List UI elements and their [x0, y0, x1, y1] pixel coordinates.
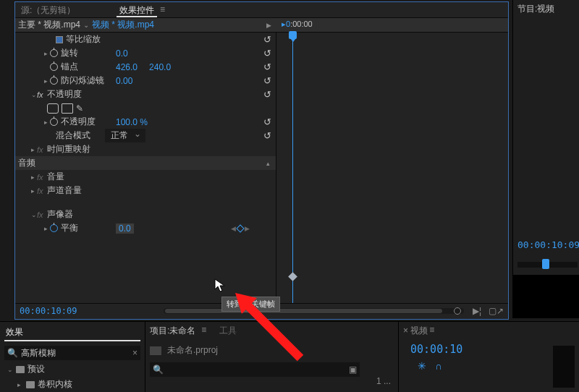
convolution-folder[interactable]: ▸ 卷积内核	[4, 378, 140, 391]
panner-label: 声像器	[47, 208, 73, 221]
panel-menu-icon[interactable]: ≡	[157, 2, 168, 17]
sequence-timecode[interactable]: 00:00:10	[410, 343, 575, 356]
clear-search-icon[interactable]: ×	[132, 348, 138, 358]
panner-row: ⌄ fx 声像器	[15, 208, 276, 221]
blend-row: 混合模式 正常 ↺	[15, 129, 276, 142]
project-panel: 项目:未命名 ≡ 工具 未命名.prproj 🔍 ▣ 1 ...	[145, 322, 399, 392]
loop-playback-icon[interactable]: ▶¦	[473, 306, 481, 316]
fx-badge-icon[interactable]: fx	[37, 145, 47, 154]
play-icon[interactable]: ▶	[266, 22, 271, 29]
blend-label: 混合模式	[56, 129, 90, 142]
scrollbar-handle-icon[interactable]	[454, 307, 461, 315]
channel-volume-row: ▸ fx 声道音量	[15, 184, 276, 197]
mini-timeline[interactable]	[276, 33, 508, 303]
twirl-icon[interactable]: ▸	[31, 174, 37, 181]
program-timecode[interactable]: 00:00:10:09	[517, 239, 579, 250]
sequence-strip	[553, 346, 575, 388]
playhead[interactable]	[292, 33, 293, 303]
reset-icon[interactable]: ↺	[263, 89, 271, 100]
tools-tab[interactable]: 工具	[219, 325, 237, 337]
opacity-value[interactable]: 100.0 %	[116, 117, 148, 127]
program-strip	[513, 275, 579, 318]
opacity-row: ▸ 不透明度 100.0 % ↺	[15, 115, 276, 129]
stopwatch-icon[interactable]	[50, 77, 58, 85]
twirl-icon[interactable]: ▸	[44, 77, 50, 85]
fx-badge-icon[interactable]: fx	[37, 90, 47, 99]
scrollbar-thumb[interactable]	[165, 309, 441, 313]
uniform-scale-label: 等比缩放	[66, 33, 101, 46]
twirl-icon[interactable]: ⌄	[31, 211, 37, 218]
preset-folder[interactable]: ⌄ 预设	[4, 363, 140, 375]
effect-controls-tab[interactable]: 效果控件	[117, 2, 157, 17]
rect-mask-icon[interactable]	[62, 103, 73, 114]
export-icon[interactable]: ▢↗	[489, 306, 504, 316]
anchor-y-value[interactable]: 240.0	[149, 62, 171, 72]
keyframe-nav: ◀ ▶	[231, 225, 250, 232]
sequence-tab[interactable]: × 视频	[403, 325, 428, 337]
project-tab[interactable]: 项目:未命名	[150, 325, 195, 337]
program-monitor-panel: 节目:视频 00:00:10:09	[512, 0, 579, 318]
effects-search[interactable]: 🔍 ×	[4, 346, 140, 360]
reset-icon[interactable]: ↺	[263, 48, 271, 59]
project-search[interactable]: 🔍 ▣	[150, 362, 360, 377]
folder-icon	[26, 381, 35, 388]
reset-icon[interactable]: ↺	[263, 34, 271, 45]
twirl-icon[interactable]: ▸	[31, 187, 37, 195]
uniform-scale-row: 等比缩放 ↺	[15, 33, 276, 46]
twirl-icon[interactable]: ▸	[44, 225, 50, 232]
twirl-icon[interactable]: ⌄	[31, 91, 37, 98]
collapse-icon[interactable]: ▴	[266, 160, 270, 167]
timeline-scrollbar[interactable]	[164, 308, 463, 314]
fx-badge-icon[interactable]: fx	[37, 210, 47, 219]
stopwatch-icon[interactable]	[50, 63, 58, 71]
anchor-x-value[interactable]: 426.0	[116, 62, 138, 72]
chevron-down-icon[interactable]: ⌄	[83, 21, 89, 29]
snap-icon[interactable]: ✳	[418, 360, 426, 372]
panel-menu-icon[interactable]: ≡	[429, 325, 434, 337]
next-keyframe-icon[interactable]: ▶	[245, 225, 250, 232]
search-icon: 🔍	[153, 365, 164, 375]
reset-icon[interactable]: ↺	[263, 116, 271, 127]
volume-row: ▸ fx 音量	[15, 170, 276, 184]
reset-icon[interactable]: ↺	[263, 61, 271, 72]
antiflicker-value[interactable]: 0.00	[116, 76, 132, 86]
effects-tab[interactable]: 效果	[4, 325, 140, 341]
footer-timecode[interactable]: 00:00:10:09	[20, 306, 77, 316]
twirl-icon[interactable]: ▸	[44, 119, 50, 126]
clip-link[interactable]: 视频 * 视频.mp4	[92, 19, 154, 31]
fx-badge-icon[interactable]: fx	[37, 173, 47, 182]
pen-mask-icon[interactable]: ✎	[76, 103, 83, 114]
reset-icon[interactable]: ↺	[263, 75, 271, 86]
time-remap-row: ▸ fx 时间重映射	[15, 142, 276, 156]
master-label[interactable]: 主要 * 视频.mp4	[18, 19, 80, 31]
balance-value[interactable]: 0.0	[116, 223, 134, 234]
antiflicker-row: ▸ 防闪烁滤镜 0.00 ↺	[15, 74, 276, 88]
program-scale-handle[interactable]	[542, 259, 549, 269]
playhead-head-icon[interactable]	[289, 31, 297, 39]
stopwatch-icon[interactable]	[50, 49, 58, 57]
rotation-row: ▸ 旋转 0.0 ↺	[15, 46, 276, 60]
reset-icon[interactable]: ↺	[263, 130, 271, 141]
rotation-value[interactable]: 0.0	[116, 48, 128, 59]
audio-section-label: 音频	[18, 157, 35, 169]
source-tab[interactable]: 源:（无剪辑）	[15, 2, 117, 17]
master-clip-row: 主要 * 视频.mp4 ⌄ 视频 * 视频.mp4 ▶ ▸0:00:00	[15, 18, 508, 33]
program-scale-bar[interactable]	[517, 262, 578, 268]
twirl-icon[interactable]: ▸	[31, 146, 37, 153]
effects-search-input[interactable]	[21, 348, 130, 358]
stopwatch-icon[interactable]	[50, 224, 58, 232]
magnet-icon[interactable]: ∩	[435, 360, 442, 372]
fx-badge-icon[interactable]: fx	[37, 187, 47, 195]
bin-icon[interactable]: ▣	[349, 365, 357, 375]
ellipse-mask-icon[interactable]	[47, 103, 59, 114]
keyframe-diamond-icon[interactable]	[288, 272, 297, 281]
blend-dropdown[interactable]: 正常	[105, 129, 145, 142]
twirl-icon[interactable]: ▸	[44, 50, 50, 57]
checkbox-icon[interactable]	[56, 36, 63, 43]
program-tab[interactable]: 节目:视频	[513, 0, 579, 18]
stopwatch-icon[interactable]	[50, 118, 58, 126]
add-keyframe-icon[interactable]	[236, 224, 244, 232]
anchor-row: ▸ 锚点 426.0 240.0 ↺	[15, 60, 276, 74]
project-icon	[150, 346, 161, 355]
panel-menu-icon[interactable]: ≡	[201, 325, 206, 337]
